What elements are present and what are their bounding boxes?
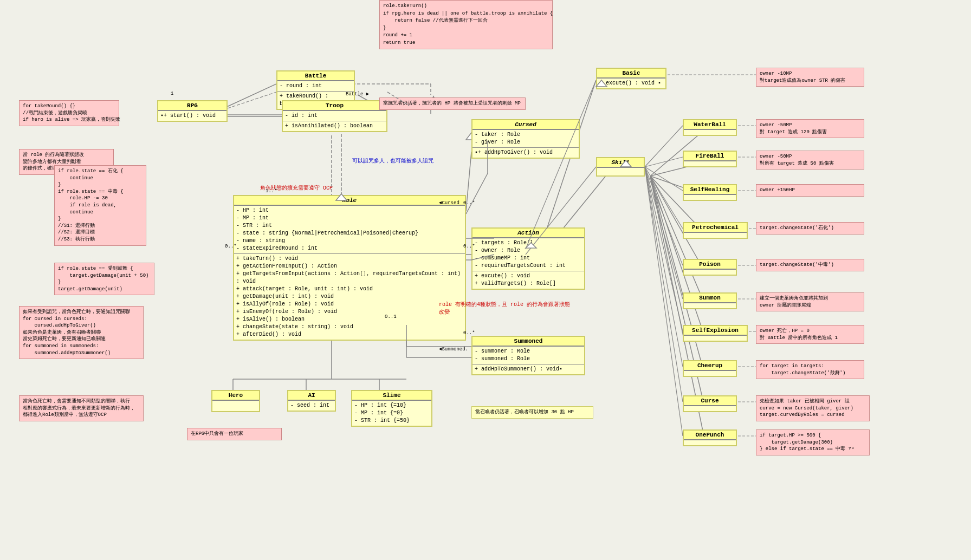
fireball-body <box>684 161 736 166</box>
selfhealing-body <box>684 194 736 200</box>
troop-methods: + isAnnihilated() : boolean <box>283 121 386 131</box>
cheerup-body <box>684 370 736 376</box>
rpg-method-1: ▪+ start() : void <box>160 112 224 120</box>
svg-line-56 <box>645 167 683 402</box>
action-fields: - targets : Role[] - owner : Role - coms… <box>472 238 584 271</box>
selfexplosion-body <box>684 335 747 341</box>
cursed-field-2: - giver : Role <box>475 139 577 146</box>
role-method-7: + isEnemyOf(role : Role) : void <box>236 308 463 316</box>
role-method-6: + isAllyOf(role : Role) : void <box>236 301 463 308</box>
role-method-1: + takeTurn() : void <box>236 255 463 263</box>
cursed-class: Cursed - taker : Role - giver : Role ▪+ … <box>471 119 580 159</box>
note-waterball-box: owner -50MP 對 target 造成 120 點傷害 <box>756 119 864 138</box>
basic-method-1: + excute() : void ▪ <box>599 80 663 87</box>
fireball-title: FireBall <box>684 152 736 161</box>
code-box-main: role.takeTurn() if rpg.hero is dead || o… <box>379 0 553 49</box>
label-multi-curse: 可以詛咒多人，也可能被多人詛咒 <box>352 157 433 165</box>
hero-class: Hero <box>211 390 260 412</box>
summon-title: Summon <box>684 294 736 303</box>
note-cheerup-box: for target in targets: target.changeStat… <box>756 360 864 379</box>
troop-class: Troop - id : int + isAnnihilated() : boo… <box>282 100 387 132</box>
svg-line-49 <box>645 157 683 167</box>
svg-line-54 <box>645 167 683 331</box>
poison-body <box>684 269 736 275</box>
battle-field-1: - round : int <box>280 82 352 90</box>
diagram-container: role.takeTurn() if rpg.hero is dead || o… <box>0 0 971 560</box>
troop-fields: - id : int <box>283 110 386 121</box>
skill-title: Skill <box>597 158 644 167</box>
note-observer1-text: 如果有受到詛咒，當角色死亡時，要通知詛咒關聯 for cursed in cur… <box>23 309 140 356</box>
note-state-code2-text: if role.state == 受到鼓舞 { target.getDamage… <box>58 265 151 292</box>
ai-title: AI <box>288 391 335 400</box>
action-field-4: - requiredTargetsCount : int <box>475 262 582 270</box>
summoned-fields: - summoner : Role - summoned : Role <box>472 346 584 364</box>
onepunch-title: OnePunch <box>684 431 736 440</box>
cheerup-title: Cheerup <box>684 361 736 370</box>
note-basic-box: owner -10MP 對target造成值為owner STR 的傷害 <box>756 68 864 87</box>
note-waterball-text: owner -50MP 對 target 造成 120 點傷害 <box>760 122 860 135</box>
svg-line-51 <box>645 167 683 229</box>
slime-title: Slime <box>352 391 431 400</box>
battle-fields: - round : int <box>277 81 354 91</box>
waterball-body <box>684 129 736 135</box>
role-field-5: - name : string <box>236 237 463 245</box>
note-onepunch-text: if target.HP >= 500 { target.getDamage(3… <box>760 432 866 453</box>
svg-line-19 <box>542 80 596 244</box>
code-text-main: role.takeTurn() if rpg.hero is dead || o… <box>383 3 549 47</box>
cursed-methods: ▪+ addHpToGiver() : void <box>472 147 579 158</box>
role-method-5: + getDamage(unit : int) : void <box>236 293 463 301</box>
svg-line-48 <box>645 126 683 167</box>
slime-field-3: - STR : int {=50} <box>354 417 429 425</box>
hero-title: Hero <box>212 391 259 400</box>
note-onepunch-box: if target.HP >= 500 { target.getDamage(3… <box>756 429 870 455</box>
role-field-3: - STR : int <box>236 222 463 230</box>
role-class: Role - HP : int - MP : int - STR : int -… <box>233 195 466 341</box>
note-fireball-text: owner -50MP 對所有 target 造成 50 點傷害 <box>760 153 860 167</box>
note-poison-text: target.changeState('中毒') <box>760 262 860 269</box>
fireball-class: FireBall <box>683 151 737 167</box>
note-selfexplosion-box: owner 死亡，HP = 0 對 Battle 當中的所有角色造成 1 <box>756 325 864 344</box>
cursed-title: Cursed <box>472 120 579 129</box>
note-state-code1-text: if role.state == 石化 { continue } if role… <box>58 168 143 243</box>
note-poison-box: target.changeState('中毒') <box>756 259 864 271</box>
note-summon-text: 建立一個史萊姆角色並將其加到 owner 所屬的軍隊尾端 <box>760 295 860 309</box>
action-title: Action <box>472 229 584 238</box>
label-zero-star4: 0..* <box>463 330 475 336</box>
label-battle-arrow: Battle ▶ <box>346 91 369 97</box>
skill-class: Skill <box>596 157 645 177</box>
label-role-state: role 有明確的4種狀態，且 role 的行為會跟著狀態改變 <box>439 301 574 316</box>
rpg-class: RPG ▪+ start() : void <box>157 100 228 122</box>
hero-body <box>212 400 259 411</box>
action-methods: + excute() : void + validTargets() : Rol… <box>472 271 584 289</box>
troop-method-1: + isAnnihilated() : boolean <box>285 122 384 130</box>
curse-body <box>684 406 736 411</box>
basic-class: Basic + excute() : void ▪ <box>596 68 666 89</box>
note-observer2-box: 當角色死亡時，會需要通知不同類型的關聯，執行 相對應的響應式行為，若未來要更新增… <box>19 395 144 421</box>
selfexplosion-class: SelfExplosion <box>683 325 748 342</box>
svg-line-52 <box>645 167 683 265</box>
label-one: 1 <box>171 91 173 96</box>
action-method-2: + validTargets() : Role[] <box>475 280 582 288</box>
petrochemical-body <box>684 232 747 238</box>
label-role-state-text: role 有明確的4種狀態，且 role 的行為會跟著狀態改變 <box>439 302 570 315</box>
role-field-6: - stateExpiredRound : int <box>236 245 463 252</box>
petrochemical-title: Petrochemical <box>684 223 747 232</box>
note-summoned-text: 當召喚者仍活著，召喚者可以增加 30 點 HP <box>475 409 590 416</box>
role-method-3: + getTargetsFromInput(actions : Action[]… <box>236 270 463 285</box>
role-method-8: + isAlive() : boolean <box>236 316 463 323</box>
svg-line-63 <box>228 92 276 108</box>
slime-fields: - HP : int {=10} - MP : int {=0} - STR :… <box>352 400 431 426</box>
svg-line-59 <box>526 80 596 249</box>
poison-class: Poison <box>683 259 737 276</box>
note-curse-box: 先檢查如果 taker 已被相同 giver 詛 curve = new Cur… <box>756 395 870 421</box>
action-class: Action - targets : Role[] - owner : Role… <box>471 227 585 290</box>
action-method-1: + excute() : void <box>475 272 582 280</box>
curse-class: Curse <box>683 395 737 412</box>
summoned-class: Summoned - summoner : Role - summoned : … <box>471 336 585 375</box>
rpg-title: RPG <box>158 101 226 110</box>
note-summon-box: 建立一個史萊姆角色並將其加到 owner 所屬的軍隊尾端 <box>756 292 864 311</box>
note-observer1-box: 如果有受到詛咒，當角色死亡時，要通知詛咒關聯 for cursed in cur… <box>19 306 144 359</box>
summon-class: Summon <box>683 292 737 309</box>
action-field-3: - comsumeMP : int <box>475 255 582 262</box>
onepunch-body <box>684 440 736 445</box>
